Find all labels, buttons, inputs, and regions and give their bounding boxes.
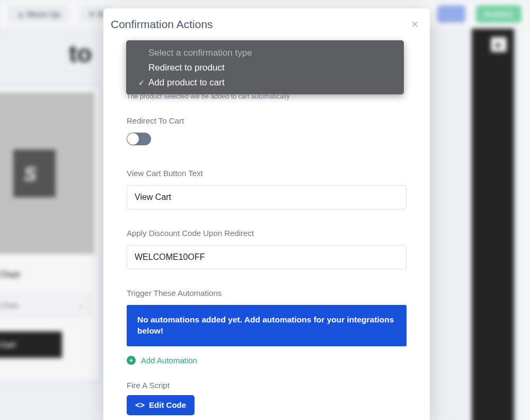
dropdown-option-redirect-product[interactable]: Redirect to product xyxy=(126,60,404,75)
discount-code-input[interactable] xyxy=(127,245,407,269)
modal-body: The product selected will be added to ca… xyxy=(103,93,430,415)
trigger-automations-label: Trigger These Automations xyxy=(127,288,407,298)
view-cart-button-text-label: View Cart Button Text xyxy=(127,169,407,178)
close-icon[interactable]: × xyxy=(411,19,418,30)
dropdown-option-label: Redirect to product xyxy=(148,63,225,73)
check-icon: ✓ xyxy=(138,78,145,87)
dropdown-option-add-to-cart[interactable]: ✓ Add product to cart xyxy=(126,75,404,90)
redirect-to-cart-label: Redirect To Cart xyxy=(127,116,407,125)
redirect-to-cart-toggle[interactable] xyxy=(127,133,151,145)
edit-code-label: Edit Code xyxy=(149,400,186,409)
confirmation-type-dropdown: Select a confirmation type Redirect to p… xyxy=(126,40,404,94)
no-automations-alert: No automations added yet. Add automation… xyxy=(127,305,407,346)
add-automation-label: Add Automation xyxy=(141,356,197,365)
dropdown-option-label: Add product to cart xyxy=(148,77,225,88)
discount-code-label: Apply Discount Code Upon Redirect xyxy=(127,229,407,238)
fire-script-label: Fire A Script xyxy=(127,381,407,390)
edit-code-button[interactable]: <> Edit Code xyxy=(127,395,195,415)
dropdown-placeholder: Select a confirmation type xyxy=(126,46,404,60)
dropdown-placeholder-label: Select a confirmation type xyxy=(148,48,252,58)
plus-circle-icon: + xyxy=(127,356,136,365)
modal-header: Confirmation Actions × xyxy=(103,8,430,37)
toggle-knob xyxy=(127,133,139,145)
code-icon: <> xyxy=(135,400,145,410)
modal-title: Confirmation Actions xyxy=(111,18,213,31)
add-automation-button[interactable]: + Add Automation xyxy=(127,356,407,365)
view-cart-button-text-input[interactable] xyxy=(127,185,407,209)
